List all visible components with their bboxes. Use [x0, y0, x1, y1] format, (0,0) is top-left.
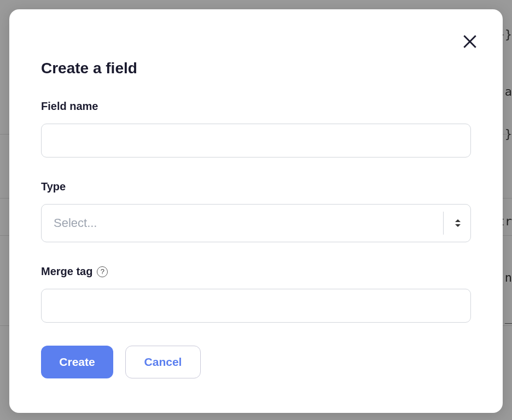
- create-button[interactable]: Create: [41, 346, 113, 378]
- type-select[interactable]: Select...: [41, 204, 471, 242]
- merge-tag-group: Merge tag ?: [41, 265, 471, 323]
- button-row: Create Cancel: [41, 346, 481, 378]
- help-icon[interactable]: ?: [97, 266, 108, 277]
- create-field-modal: Create a field Field name Type Select...…: [9, 9, 503, 413]
- cancel-button[interactable]: Cancel: [125, 346, 201, 378]
- field-name-input[interactable]: [41, 124, 471, 158]
- background-text: }: [505, 127, 512, 141]
- type-label: Type: [41, 180, 471, 193]
- background-text: n: [505, 271, 512, 284]
- close-icon: [461, 33, 479, 52]
- field-name-group: Field name: [41, 100, 471, 158]
- merge-tag-input[interactable]: [41, 289, 471, 323]
- close-button[interactable]: [458, 30, 482, 54]
- background-text: _: [505, 310, 512, 324]
- field-name-label: Field name: [41, 100, 471, 113]
- modal-title: Create a field: [41, 60, 481, 77]
- background-text: a: [505, 85, 512, 98]
- type-group: Type Select...: [41, 180, 471, 242]
- merge-tag-label: Merge tag: [41, 265, 92, 278]
